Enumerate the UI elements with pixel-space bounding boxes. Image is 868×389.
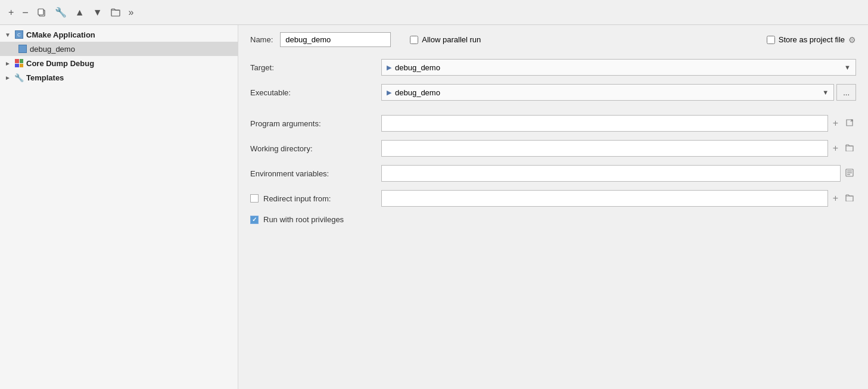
store-project-label: Store as project file	[779, 35, 845, 44]
expand-arrow-cmake: ▼	[5, 32, 12, 38]
cmake-app-label: CMake Application	[26, 30, 95, 39]
copy-button[interactable]	[35, 7, 49, 18]
debug-demo-icon	[18, 44, 27, 54]
main-layout: ▼ C CMake Application debug_demo ► Core …	[0, 25, 868, 389]
redirect-checkbox-area: Redirect input from:	[250, 194, 381, 203]
content-area: Name: Allow parallel run Store as projec…	[238, 25, 868, 389]
target-play-icon: ▶	[387, 64, 391, 71]
executable-row: Executable: ▶ debug_demo ▼ ...	[250, 84, 856, 101]
templates-label: Templates	[26, 73, 64, 82]
form-area: Target: ▶ debug_demo ▼ Executable: ▶ deb…	[238, 54, 868, 237]
store-settings-button[interactable]: ⚙	[848, 35, 856, 45]
working-dir-row: Working directory: +	[250, 140, 856, 157]
working-dir-add-button[interactable]: +	[830, 143, 841, 154]
add-button[interactable]: +	[6, 6, 16, 19]
header-row: Name: Allow parallel run Store as projec…	[238, 25, 868, 54]
program-args-label: Program arguments:	[250, 119, 381, 128]
wrench-button[interactable]: 🔧	[52, 5, 69, 19]
expand-arrow-templates: ►	[5, 74, 12, 81]
program-args-input[interactable]	[381, 115, 828, 132]
target-dropdown[interactable]: ▶ debug_demo ▼	[381, 59, 856, 76]
target-value: debug_demo	[395, 63, 440, 72]
redirect-checkbox[interactable]	[250, 194, 259, 203]
program-args-expand-button[interactable]	[843, 119, 856, 129]
allow-parallel-label: Allow parallel run	[422, 35, 481, 44]
env-vars-edit-button[interactable]	[843, 169, 856, 179]
redirect-add-button[interactable]: +	[830, 193, 841, 204]
redirect-browse-button[interactable]	[843, 194, 856, 203]
expand-arrow-core: ►	[5, 60, 12, 67]
name-label: Name:	[250, 35, 273, 44]
env-vars-input[interactable]	[381, 165, 841, 182]
env-vars-row: Environment variables:	[250, 165, 856, 182]
run-root-checkbox[interactable]	[250, 216, 259, 224]
exec-dropdown-arrow: ▼	[822, 89, 829, 96]
working-dir-label: Working directory:	[250, 144, 381, 153]
sidebar-item-debug-demo[interactable]: debug_demo	[0, 42, 238, 56]
allow-parallel-checkbox[interactable]	[410, 36, 418, 44]
sidebar-item-templates[interactable]: ► 🔧 Templates	[0, 70, 238, 85]
sidebar-item-core-dump[interactable]: ► Core Dump Debug	[0, 56, 238, 70]
exec-play-icon: ▶	[387, 89, 391, 97]
working-dir-control: +	[381, 140, 856, 157]
templates-icon: 🔧	[14, 73, 24, 82]
name-input[interactable]	[280, 32, 391, 47]
program-args-control: +	[381, 115, 856, 132]
target-dropdown-arrow: ▼	[844, 64, 851, 71]
program-args-add-button[interactable]: +	[830, 118, 841, 129]
executable-label: Executable:	[250, 88, 381, 97]
parallel-run-area: Allow parallel run	[410, 35, 481, 44]
move-up-button[interactable]: ▲	[73, 6, 87, 19]
target-label: Target:	[250, 63, 381, 72]
store-project-file-checkbox[interactable]	[767, 36, 775, 44]
redirect-label: Redirect input from:	[263, 194, 331, 203]
move-down-button[interactable]: ▼	[91, 6, 105, 19]
env-vars-control	[381, 165, 856, 182]
core-dump-icon	[14, 58, 24, 68]
working-dir-browse-button[interactable]	[843, 144, 856, 153]
svg-rect-1	[38, 9, 43, 15]
debug-demo-label: debug_demo	[30, 45, 75, 54]
run-root-label: Run with root privileges	[263, 215, 344, 224]
executable-browse-button[interactable]: ...	[836, 84, 856, 101]
target-row: Target: ▶ debug_demo ▼	[250, 59, 856, 76]
core-dump-label: Core Dump Debug	[26, 59, 94, 68]
sidebar-item-cmake-app[interactable]: ▼ C CMake Application	[0, 27, 238, 42]
program-args-row: Program arguments: +	[250, 115, 856, 132]
toolbar: + − 🔧 ▲ ▼ »	[0, 0, 868, 25]
cmake-app-icon: C	[14, 30, 24, 39]
executable-value: debug_demo	[395, 88, 440, 97]
store-area: Store as project file ⚙	[767, 35, 856, 45]
working-dir-input[interactable]	[381, 140, 828, 157]
redirect-row: Redirect input from: +	[250, 190, 856, 207]
redirect-control: +	[381, 190, 856, 207]
executable-control: ▶ debug_demo ▼ ...	[381, 84, 856, 101]
executable-dropdown[interactable]: ▶ debug_demo ▼	[381, 84, 834, 101]
target-control: ▶ debug_demo ▼	[381, 59, 856, 76]
more-button[interactable]: »	[126, 6, 136, 19]
remove-button[interactable]: −	[20, 6, 31, 19]
redirect-input[interactable]	[381, 190, 828, 207]
run-root-row: Run with root privileges	[250, 215, 856, 224]
sidebar: ▼ C CMake Application debug_demo ► Core …	[0, 25, 238, 389]
folder-button[interactable]	[108, 7, 123, 18]
env-vars-label: Environment variables:	[250, 169, 381, 178]
